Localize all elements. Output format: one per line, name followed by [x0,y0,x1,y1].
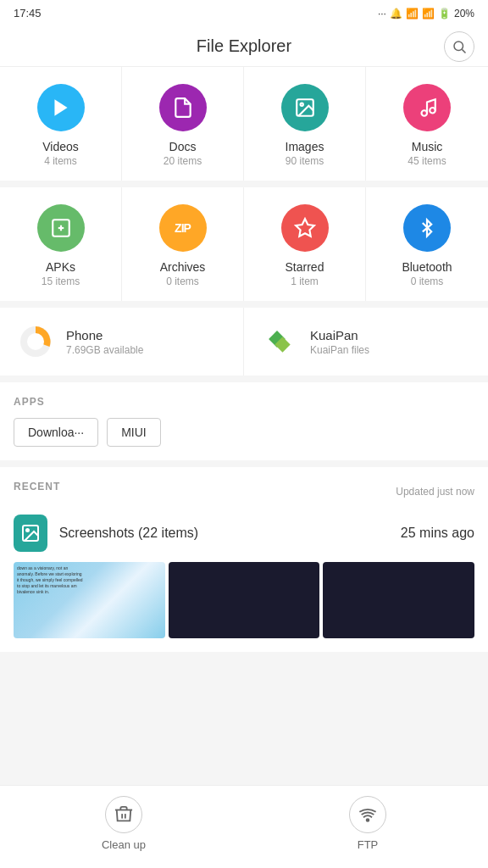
music-label: Music [412,140,443,153]
cleanup-label: Clean up [102,838,146,851]
bluetooth-icon [403,204,451,252]
phone-storage-info: Phone 7.69GB available [66,328,143,356]
phone-storage-detail: 7.69GB available [66,344,143,356]
signal-dots: ··· [378,8,386,19]
grid-row-2: APKs 15 items ZIP Archives 0 items Starr… [0,187,488,301]
status-bar: 17:45 ··· 🔔 📶 📶 🔋 20% [0,0,488,26]
svg-line-1 [462,49,465,53]
storage-section: Phone 7.69GB available KuaiPan KuaiPan f… [0,308,488,376]
videos-label: Videos [42,140,79,153]
videos-count: 4 items [44,155,77,167]
app-header: File Explorer [0,26,488,67]
category-images[interactable]: Images 90 items [244,67,366,181]
recent-item-time: 25 mins ago [401,526,474,541]
screenshot-thumb-1: down as a visionary, not ananomaly. Befo… [14,562,165,638]
battery-percent: 20% [454,8,474,19]
bottom-bar: Clean up FTP [0,785,488,868]
kuaipan-storage[interactable]: KuaiPan KuaiPan files [244,308,488,376]
recent-item-name: Screenshots (22 items) [59,526,199,541]
category-archives[interactable]: ZIP Archives 0 items [122,187,244,301]
category-starred[interactable]: Starred 1 item [244,187,366,301]
recent-item-meta: Screenshots (22 items) 25 mins ago [59,526,474,541]
apks-count: 15 items [42,275,80,287]
kuaipan-storage-info: KuaiPan KuaiPan files [310,328,369,356]
recent-section: RECENT Updated just now Screenshots (22 … [0,467,488,652]
kuaipan-storage-detail: KuaiPan files [310,344,369,356]
app-tag-downloads[interactable]: Downloa··· [14,418,98,447]
category-bluetooth[interactable]: Bluetooth 0 items [366,187,488,301]
battery-icon: 🔋 [438,8,451,19]
screenshots-folder-icon [14,515,47,552]
search-button[interactable] [444,31,474,62]
svg-marker-10 [296,219,314,236]
music-icon [403,84,451,131]
category-music[interactable]: Music 45 items [366,67,488,181]
grid-row-1: Videos 4 items Docs 20 items Images [0,67,488,181]
apks-icon [37,204,85,252]
svg-point-19 [367,819,369,821]
svg-point-4 [300,103,302,106]
music-count: 45 items [408,155,446,167]
signal-icon: 📶 [422,8,435,19]
docs-icon [159,84,207,131]
cleanup-button[interactable]: Clean up [102,796,146,851]
svg-marker-2 [54,99,67,116]
ftp-button[interactable]: FTP [349,796,386,851]
category-apks[interactable]: APKs 15 items [0,187,122,301]
apps-list: Downloa··· MIUI [14,418,474,447]
apps-section-title: APPS [14,396,474,408]
archives-icon: ZIP [159,204,207,252]
screenshot-thumb-3 [323,562,474,638]
apps-section: APPS Downloa··· MIUI [0,382,488,460]
mute-icon: 🔔 [390,8,402,19]
category-docs[interactable]: Docs 20 items [122,67,244,181]
recent-updated-text: Updated just now [396,486,474,498]
category-grid-row-1: Videos 4 items Docs 20 items Images [0,67,488,181]
page-title: File Explorer [197,36,291,56]
bluetooth-label: Bluetooth [402,260,452,274]
cleanup-icon [105,796,142,833]
status-time: 17:45 [14,7,42,19]
svg-point-12 [27,333,44,350]
phone-storage-icon [17,323,54,360]
apks-label: APKs [46,260,75,274]
status-right: ··· 🔔 📶 📶 🔋 20% [378,8,474,19]
videos-icon [37,84,85,131]
ftp-label: FTP [358,838,379,851]
recent-section-title: RECENT [14,481,60,492]
bluetooth-count: 0 items [411,275,444,287]
phone-storage-name: Phone [66,328,143,342]
docs-count: 20 items [164,155,202,167]
category-videos[interactable]: Videos 4 items [0,67,122,181]
docs-label: Docs [169,140,197,153]
recent-item-screenshots[interactable]: Screenshots (22 items) 25 mins ago [14,515,474,562]
category-grid-row-2: APKs 15 items ZIP Archives 0 items Starr… [0,187,488,301]
screenshots-thumbnails: down as a visionary, not ananomaly. Befo… [14,562,474,652]
archives-label: Archives [160,260,206,274]
archives-count: 0 items [166,275,199,287]
images-label: Images [286,140,324,153]
starred-label: Starred [286,260,324,274]
kuaipan-storage-name: KuaiPan [310,328,369,342]
images-icon [281,84,329,131]
wifi-icon: 📶 [406,8,419,19]
screenshot-thumb-2 [169,562,320,638]
phone-storage[interactable]: Phone 7.69GB available [0,308,244,376]
recent-header: RECENT Updated just now [14,481,474,503]
kuaipan-icon [261,323,298,360]
ftp-icon [349,796,386,833]
svg-point-16 [26,529,29,531]
app-tag-miui[interactable]: MIUI [107,418,161,447]
images-count: 90 items [286,155,324,167]
starred-icon [281,204,329,252]
starred-count: 1 item [291,275,319,287]
svg-point-0 [454,42,463,51]
